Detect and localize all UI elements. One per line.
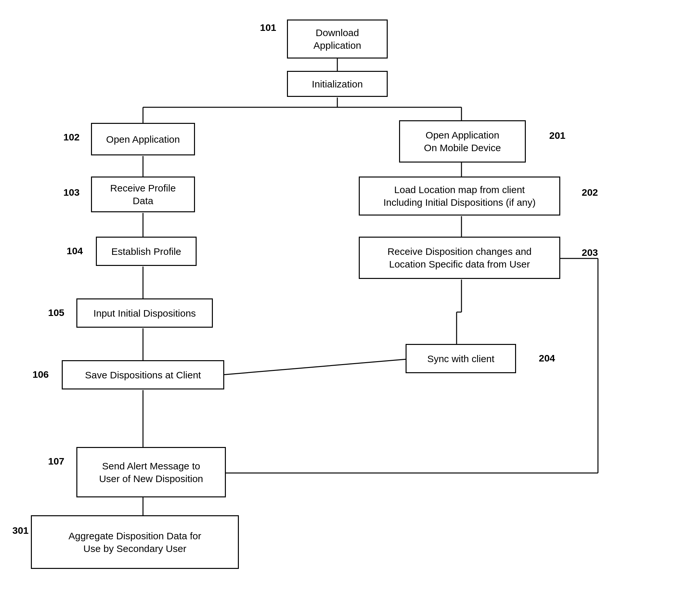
input-initial-box: Input Initial Dispositions <box>76 298 213 328</box>
establish-profile-box: Establish Profile <box>96 237 197 266</box>
receive-profile-label: Receive ProfileData <box>110 182 176 207</box>
download-application-label: DownloadApplication <box>314 26 361 52</box>
label-203: 203 <box>582 247 598 258</box>
open-application-label: Open Application <box>106 133 180 146</box>
label-103: 103 <box>64 187 80 198</box>
label-204: 204 <box>539 353 555 364</box>
receive-disposition-box: Receive Disposition changes andLocation … <box>359 237 560 279</box>
save-dispositions-label: Save Dispositions at Client <box>85 369 201 381</box>
receive-profile-box: Receive ProfileData <box>91 176 195 212</box>
open-mobile-box: Open ApplicationOn Mobile Device <box>399 120 526 163</box>
initialization-label: Initialization <box>312 78 363 90</box>
save-dispositions-box: Save Dispositions at Client <box>62 360 224 389</box>
sync-client-label: Sync with client <box>427 353 495 365</box>
label-106: 106 <box>32 369 49 380</box>
diagram-container: DownloadApplication Initialization Open … <box>0 0 700 604</box>
aggregate-label: Aggregate Disposition Data forUse by Sec… <box>69 530 201 555</box>
label-107: 107 <box>48 456 64 467</box>
load-location-box: Load Location map from clientIncluding I… <box>359 176 560 216</box>
initialization-box: Initialization <box>287 71 388 97</box>
label-105: 105 <box>48 307 64 318</box>
label-102: 102 <box>64 132 80 143</box>
label-104: 104 <box>67 245 83 257</box>
input-initial-label: Input Initial Dispositions <box>93 307 196 319</box>
send-alert-box: Send Alert Message toUser of New Disposi… <box>76 447 226 498</box>
open-mobile-label: Open ApplicationOn Mobile Device <box>424 129 501 154</box>
receive-disposition-label: Receive Disposition changes andLocation … <box>388 245 532 270</box>
send-alert-label: Send Alert Message toUser of New Disposi… <box>99 460 203 485</box>
open-application-box: Open Application <box>91 123 195 155</box>
download-application-box: DownloadApplication <box>287 20 388 58</box>
load-location-label: Load Location map from clientIncluding I… <box>383 183 536 209</box>
svg-line-15 <box>215 359 406 376</box>
establish-profile-label: Establish Profile <box>111 245 181 258</box>
label-202: 202 <box>582 187 598 198</box>
label-301: 301 <box>12 525 29 536</box>
aggregate-box: Aggregate Disposition Data forUse by Sec… <box>31 515 239 569</box>
sync-client-box: Sync with client <box>405 344 516 373</box>
label-101: 101 <box>260 22 276 33</box>
label-201: 201 <box>549 130 566 141</box>
